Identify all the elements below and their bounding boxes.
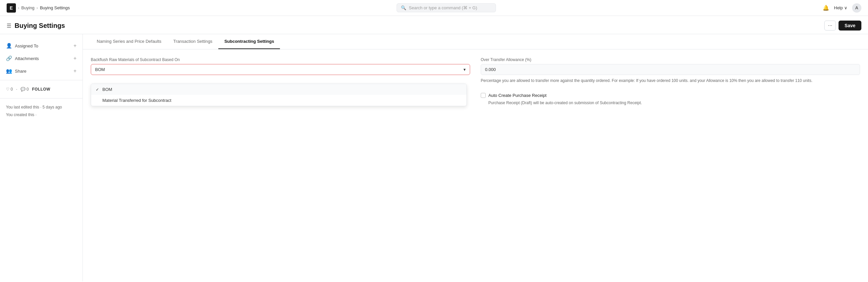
sidebar: 👤 Assigned To + 🔗 Attachments + 👥 Share … xyxy=(0,34,83,281)
sidebar-divider xyxy=(0,80,83,80)
assigned-to-icon: 👤 xyxy=(6,43,12,49)
breadcrumb-sep-1: › xyxy=(18,5,19,10)
attachments-add-icon[interactable]: + xyxy=(73,55,76,61)
dot-sep: · xyxy=(16,87,17,91)
main-content: Naming Series and Price Defaults Transac… xyxy=(83,34,868,281)
dropdown-item-bom[interactable]: ✓ BOM xyxy=(91,84,466,95)
help-chevron-icon: ∨ xyxy=(844,5,847,10)
dropdown-item-material-label: Material Transferred for Subcontract xyxy=(102,98,171,103)
save-button[interactable]: Save xyxy=(838,21,861,30)
over-transfer-label: Over Transfer Allowance (%) xyxy=(481,57,860,62)
dropdown-item-material-transferred[interactable]: Material Transferred for Subcontract xyxy=(91,95,466,106)
dropdown-item-bom-label: BOM xyxy=(102,87,112,92)
sidebar-item-share[interactable]: 👥 Share + xyxy=(0,65,83,77)
main-layout: 👤 Assigned To + 🔗 Attachments + 👥 Share … xyxy=(0,34,868,281)
auto-create-receipt-checkbox[interactable] xyxy=(481,93,486,98)
subcontracting-tab-content: Backflush Raw Materials of Subcontract B… xyxy=(83,50,868,114)
tabs-bar: Naming Series and Price Defaults Transac… xyxy=(83,34,868,50)
tab-subcontracting[interactable]: Subcontracting Settings xyxy=(218,34,280,49)
page-header: ☰ Buying Settings ··· Save xyxy=(0,16,868,34)
created-text: You created this · xyxy=(6,112,76,118)
tab-transaction[interactable]: Transaction Settings xyxy=(167,34,218,49)
comments-count-group: 💬 0 xyxy=(21,87,29,91)
backflush-dropdown: ✓ BOM Material Transferred for Subcontra… xyxy=(91,84,467,106)
backflush-chevron-icon: ▾ xyxy=(464,67,466,72)
attachments-label: Attachments xyxy=(15,56,39,61)
auto-create-receipt-desc: Purchase Receipt (Draft) will be auto-cr… xyxy=(488,100,860,106)
follow-row: ♡ 0 · 💬 0 FOLLOW xyxy=(0,83,83,95)
share-add-icon[interactable]: + xyxy=(73,68,76,74)
breadcrumb: E › Buying › Buying Settings xyxy=(7,3,70,12)
share-label: Share xyxy=(15,69,27,74)
search-area: 🔍 Search or type a command (⌘ + G) xyxy=(70,3,823,12)
follow-button[interactable]: FOLLOW xyxy=(32,87,50,91)
attachments-icon: 🔗 xyxy=(6,55,12,61)
search-placeholder-text: Search or type a command (⌘ + G) xyxy=(409,5,477,10)
breadcrumb-buying[interactable]: Buying xyxy=(21,5,34,10)
auto-create-receipt-field: Auto Create Purchase Receipt Purchase Re… xyxy=(481,93,860,106)
nav-actions: 🔔 Help ∨ A xyxy=(823,3,861,12)
help-button[interactable]: Help ∨ xyxy=(834,5,847,10)
heart-icon: ♡ xyxy=(6,87,10,91)
backflush-label: Backflush Raw Materials of Subcontract B… xyxy=(91,57,470,62)
backflush-selected-value: BOM xyxy=(95,67,105,72)
comment-icon: 💬 xyxy=(21,87,26,91)
hamburger-icon[interactable]: ☰ xyxy=(7,23,11,29)
likes-count-group: ♡ 0 xyxy=(6,87,13,91)
auto-create-receipt-label-row: Auto Create Purchase Receipt xyxy=(481,93,860,98)
app-icon[interactable]: E xyxy=(7,3,16,12)
search-icon: 🔍 xyxy=(401,5,406,10)
assigned-to-add-icon[interactable]: + xyxy=(73,43,76,49)
backflush-field-wrapper: Backflush Raw Materials of Subcontract B… xyxy=(91,57,470,84)
auto-create-receipt-label: Auto Create Purchase Receipt xyxy=(488,93,547,98)
check-icon: ✓ xyxy=(96,87,100,92)
assigned-to-label: Assigned To xyxy=(15,44,38,49)
page-title: Buying Settings xyxy=(14,22,65,30)
over-transfer-field-wrapper: Over Transfer Allowance (%) Percentage y… xyxy=(481,57,860,84)
top-nav: E › Buying › Buying Settings 🔍 Search or… xyxy=(0,0,868,16)
page-header-right: ··· Save xyxy=(824,21,861,30)
top-section-row: Backflush Raw Materials of Subcontract B… xyxy=(91,57,860,84)
page-header-left: ☰ Buying Settings xyxy=(7,22,65,30)
share-icon: 👥 xyxy=(6,68,12,74)
search-bar[interactable]: 🔍 Search or type a command (⌘ + G) xyxy=(397,3,496,12)
notification-icon[interactable]: 🔔 xyxy=(823,5,829,11)
over-transfer-input[interactable] xyxy=(481,64,860,75)
sidebar-item-assigned-to[interactable]: 👤 Assigned To + xyxy=(0,39,83,52)
help-label: Help xyxy=(834,5,843,10)
user-avatar[interactable]: A xyxy=(852,3,861,12)
breadcrumb-sep-2: › xyxy=(36,5,38,10)
comments-count: 0 xyxy=(27,87,29,91)
likes-count: 0 xyxy=(10,87,13,91)
tab-naming[interactable]: Naming Series and Price Defaults xyxy=(91,34,167,49)
backflush-select[interactable]: BOM ▾ xyxy=(91,64,470,75)
sidebar-divider-2 xyxy=(0,98,83,98)
more-options-button[interactable]: ··· xyxy=(824,21,836,30)
sidebar-meta: You last edited this · 5 days ago You cr… xyxy=(0,101,83,123)
last-edited-text: You last edited this · 5 days ago xyxy=(6,105,76,110)
sidebar-item-attachments[interactable]: 🔗 Attachments + xyxy=(0,52,83,65)
breadcrumb-current: Buying Settings xyxy=(40,5,69,10)
over-transfer-description: Percentage you are allowed to transfer m… xyxy=(481,78,860,84)
